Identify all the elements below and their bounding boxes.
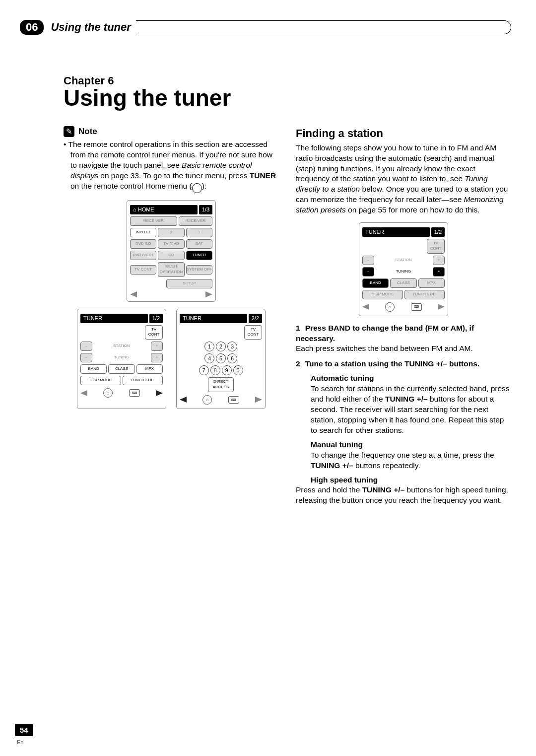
digit-5-button: 5 — [216, 353, 226, 363]
digit-0-button: 0 — [233, 365, 243, 375]
next-page-arrow-icon — [156, 390, 163, 396]
note-icon: ✎ — [64, 126, 74, 137]
note-body: • The remote control operations in this … — [64, 139, 279, 193]
dvd-ld-button: DVD /LD — [130, 239, 156, 249]
home-icon: ⌂ — [103, 388, 113, 398]
receiver2-button: RECEIVER — [179, 216, 212, 226]
prev-page-arrow-icon — [130, 291, 137, 297]
station-minus-button: – — [80, 342, 92, 351]
station-label: STATION — [376, 258, 431, 263]
digit-1-button: 1 — [204, 342, 214, 351]
home-icon: ⌂ — [202, 395, 212, 405]
tuning-plus-button: + — [433, 267, 445, 276]
prev-page-arrow-icon — [80, 390, 87, 396]
direct-access-button: DIRECT ACCESS — [208, 377, 234, 392]
tuning-plus-button: + — [151, 353, 163, 362]
language-code: En — [17, 739, 23, 745]
header-rule — [136, 20, 511, 34]
tv-cont-button: TV CONT — [130, 265, 156, 275]
station-minus-button: – — [362, 256, 374, 265]
manual-tuning-heading: Manual tuning — [311, 440, 511, 450]
home-title: ⌂ HOME — [130, 205, 198, 214]
automatic-tuning-body: To search for stations in the currently … — [311, 384, 511, 436]
dvr-vcr1-button: DVR /VCR1 — [130, 251, 156, 260]
disp-mode-button: DISP MODE — [362, 290, 403, 299]
next-page-arrow-icon — [205, 291, 212, 297]
home-icon: ⌂ — [192, 183, 202, 193]
tuning-minus-button: – — [80, 353, 92, 362]
next-page-arrow-icon — [438, 304, 445, 310]
digit-7-button: 7 — [199, 365, 209, 375]
home-icon: ⌂ — [385, 302, 395, 312]
digit-2-button: 2 — [216, 342, 226, 351]
tuner-title: TUNER — [362, 227, 430, 237]
tuner-edit-button: TUNER EDIT — [123, 376, 163, 385]
tv-cont-button: TV CONT — [244, 325, 262, 340]
keyboard-icon: ⌨ — [129, 389, 140, 397]
note-label: Note — [78, 126, 97, 137]
high-speed-tuning-heading: High speed tuning — [311, 475, 511, 485]
step-1: 1Press BAND to change the band (FM or AM… — [296, 323, 511, 344]
remote-home-screen: ⌂ HOME1/3 RECEIVERRECEIVER INPUT 123 DVD… — [127, 200, 216, 301]
next-page-arrow-icon — [255, 397, 262, 403]
tv-cont-button: TV CONT — [145, 325, 163, 340]
input1-button: INPUT 1 — [130, 228, 156, 237]
digit-3-button: 3 — [227, 342, 237, 351]
page-number: 54 — [15, 724, 33, 736]
prev-page-arrow-icon — [362, 304, 369, 310]
station-plus-button: + — [433, 256, 445, 265]
band-button: BAND — [362, 278, 389, 288]
tuning-label: TUNING — [94, 355, 149, 360]
num2-button: 2 — [158, 228, 184, 237]
class-button: CLASS — [108, 364, 134, 374]
class-button: CLASS — [390, 278, 416, 288]
mpx-button: MPX — [418, 278, 445, 288]
sat-button: SAT — [186, 239, 212, 249]
manual-tuning-body: To change the frequency one step at a ti… — [311, 450, 511, 471]
tuner-title: TUNER — [80, 314, 148, 323]
section-title: Finding a station — [296, 126, 511, 141]
step-1-body: Each press switches the band between FM … — [296, 344, 511, 354]
remote-tuner-highlight-screen: TUNER1/2 TV CONT –STATION+ –TUNING+ BAND… — [359, 222, 448, 316]
mpx-button: MPX — [136, 364, 163, 374]
receiver-button: RECEIVER — [130, 216, 177, 226]
chapter-header: 06 Using the tuner — [20, 20, 511, 35]
station-label: STATION — [94, 344, 149, 349]
tuner-edit-button: TUNER EDIT — [404, 290, 445, 299]
left-column: ✎ Note • The remote control operations i… — [64, 126, 279, 506]
digit-6-button: 6 — [227, 353, 237, 363]
digit-9-button: 9 — [222, 365, 232, 375]
page-title: Using the tuner — [64, 84, 511, 111]
keyboard-icon: ⌨ — [411, 303, 422, 311]
tuning-label: TUNING — [376, 269, 431, 275]
disp-mode-button: DISP MODE — [80, 376, 121, 385]
tv-dvd-button: TV /DVD — [158, 239, 184, 249]
band-button: BAND — [80, 364, 107, 374]
digit-8-button: 8 — [210, 365, 220, 375]
tuning-minus-button: – — [362, 267, 374, 276]
system-off-button: SYSTEM OFF — [186, 265, 212, 275]
remote-tuner-2-screen: TUNER2/2 TV CONT 123 456 7890 DIRECT ACC… — [176, 309, 266, 409]
digit-4-button: 4 — [204, 353, 214, 363]
remote-tuner-1-screen: TUNER1/2 TV CONT –STATION+ –TUNING+ BAND… — [77, 309, 166, 409]
tuner-button: TUNER — [186, 251, 212, 260]
page-header-title: Using the tuner — [51, 21, 131, 34]
cd-button: CD — [158, 251, 184, 260]
automatic-tuning-heading: Automatic tuning — [311, 373, 511, 384]
right-column: Finding a station The following steps sh… — [296, 126, 511, 506]
chapter-number-badge: 06 — [20, 20, 44, 35]
section-intro: The following steps show you how to tune… — [296, 143, 511, 215]
prev-page-arrow-icon — [180, 397, 187, 403]
multi-op-button: MULTI OPERATION — [158, 262, 184, 277]
setup-button: SETUP — [166, 279, 212, 288]
tv-cont-button: TV CONT — [427, 239, 445, 254]
tuner-title: TUNER — [180, 314, 247, 323]
station-plus-button: + — [151, 342, 163, 351]
keyboard-icon: ⌨ — [228, 396, 239, 404]
num3-button: 3 — [186, 228, 212, 237]
step-2: 2Tune to a station using the TUNING +/– … — [296, 359, 511, 369]
high-speed-tuning-body: Press and hold the TUNING +/– buttons fo… — [296, 485, 511, 506]
